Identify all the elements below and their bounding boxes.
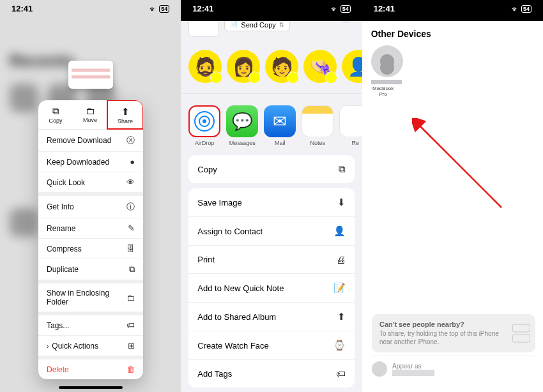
airdrop-app[interactable]: AirDrop <box>188 105 220 146</box>
status-time: 12:41 <box>192 4 213 13</box>
annotation-arrow <box>412 118 514 220</box>
get-info-item[interactable]: Get Infoⓘ <box>38 196 143 218</box>
status-bar: 12:41 ᯤ 54 <box>0 0 181 13</box>
hint-card: Can't see people nearby? To share, try h… <box>372 314 535 352</box>
reminders-app[interactable]: Re <box>339 105 362 146</box>
quick-note-row[interactable]: Add to New Quick Note📝 <box>188 274 354 303</box>
appear-name-censored <box>392 370 434 376</box>
battery-icon: 54 <box>159 5 169 13</box>
quick-actions-item[interactable]: ›Quick Actions⊞ <box>38 336 143 356</box>
compress-item[interactable]: Compress🗄 <box>38 239 143 259</box>
move-action[interactable]: 🗀Move <box>73 100 107 129</box>
delete-item[interactable]: Delete🗑 <box>38 359 143 379</box>
reminders-icon <box>339 105 362 137</box>
savedown-icon: ⬇ <box>337 197 346 208</box>
trash-icon: 🗑 <box>126 365 135 374</box>
contacts-row[interactable]: 🧔 👩 🧑 👒 👤 <box>181 43 362 93</box>
status-bar: 12:41 ᯤ 54 <box>362 0 543 21</box>
rename-item[interactable]: Rename✎ <box>38 218 143 239</box>
duplicate-item[interactable]: Duplicate⧉ <box>38 259 143 280</box>
device-label: MacBook Pro <box>371 86 395 97</box>
copy-action[interactable]: ⧉Copy <box>38 100 73 129</box>
contact-avatar[interactable]: 👩 <box>227 50 260 83</box>
xcircle-icon: ⓧ <box>126 135 135 146</box>
share-action[interactable]: ⬆Share <box>107 100 143 130</box>
home-indicator[interactable] <box>59 386 123 389</box>
status-icons: ᯤ 54 <box>512 5 532 13</box>
watch-face-row[interactable]: Create Watch Face⌚ <box>188 331 354 360</box>
print-row[interactable]: Print🖨 <box>188 246 354 274</box>
copy-icon: ⧉ <box>38 105 73 117</box>
svg-line-0 <box>418 124 501 207</box>
contact-avatar[interactable]: 👤 <box>342 50 362 83</box>
contact-avatar[interactable]: 🧑 <box>265 50 298 83</box>
remove-download-item[interactable]: Remove Downloadⓧ <box>38 130 143 152</box>
status-icons: ᯤ 54 <box>331 5 351 13</box>
chevron-right-icon: › <box>47 343 49 350</box>
folder-icon: 🗀 <box>126 293 135 303</box>
hint-title: Can't see people nearby? <box>379 320 501 328</box>
print-icon: 🖨 <box>336 254 346 265</box>
contact-avatar[interactable]: 🧔 <box>188 50 222 83</box>
doc-icon: 📄 <box>230 21 238 28</box>
copy-icon: ⧉ <box>339 163 346 175</box>
note-icon: 📝 <box>333 282 346 294</box>
appear-as-row[interactable]: Appear as <box>372 356 535 377</box>
copy-row[interactable]: Copy⧉ <box>188 155 354 183</box>
wifi-icon: ᯤ <box>149 5 157 13</box>
duplicate-icon: ⧉ <box>129 264 135 275</box>
phone-illustration <box>512 324 530 343</box>
wifi-icon: ᯤ <box>512 5 519 13</box>
battery-icon: 54 <box>340 5 351 13</box>
pencil-icon: ✎ <box>128 223 135 233</box>
status-time: 12:41 <box>374 4 395 13</box>
share-icon: ⬆ <box>108 106 142 117</box>
notes-app[interactable]: Notes <box>302 105 333 146</box>
mail-icon: ✉ <box>264 105 296 137</box>
updown-icon: ⇅ <box>279 22 284 28</box>
keep-downloaded-item[interactable]: Keep Downloaded● <box>38 152 143 172</box>
grid-icon: ⊞ <box>128 341 135 351</box>
battery-icon: 54 <box>521 5 532 13</box>
app-row: AirDrop 💬Messages ✉Mail Notes Re <box>181 93 362 155</box>
tags-icon: 🏷 <box>336 368 346 379</box>
airdrop-icon <box>194 111 215 132</box>
airdrop-device[interactable]: MacBook Pro <box>362 45 404 97</box>
file-thumbnail[interactable] <box>68 61 113 89</box>
section-title: Other Devices <box>362 26 543 45</box>
tag-icon: 🏷 <box>126 320 135 330</box>
messages-icon: 💬 <box>226 105 258 137</box>
wifi-icon: ᯤ <box>331 5 338 13</box>
quick-look-item[interactable]: Quick Look👁 <box>38 172 143 192</box>
share-sheet-panel: 12:41 ᯤ 54 Screenshot 2024-08-22 at... 📄… <box>181 0 362 392</box>
info-icon: ⓘ <box>126 201 135 213</box>
contact-avatar[interactable]: 👒 <box>303 50 337 83</box>
copy-card: Copy⧉ <box>188 155 354 183</box>
status-bar: 12:41 ᯤ 54 <box>181 0 362 21</box>
save-image-row[interactable]: Save Image⬇ <box>188 188 354 217</box>
notes-icon <box>302 105 333 137</box>
appear-avatar <box>372 361 387 377</box>
archive-icon: 🗄 <box>126 244 135 253</box>
eye-icon: 👁 <box>126 177 135 187</box>
watch-icon: ⌚ <box>333 340 346 351</box>
add-tags-row[interactable]: Add Tags🏷 <box>188 360 354 388</box>
context-menu: ⧉Copy 🗀Move ⬆Share Remove Downloadⓧ Keep… <box>38 100 143 379</box>
contact-icon: 👤 <box>333 225 346 237</box>
device-name-censored <box>371 80 402 84</box>
album-icon: ⬆ <box>337 311 346 322</box>
shared-album-row[interactable]: Add to Shared Album⬆ <box>188 303 354 331</box>
appear-label: Appear as <box>392 363 434 370</box>
assign-contact-row[interactable]: Assign to Contact👤 <box>188 217 354 246</box>
download-icon: ● <box>130 157 135 167</box>
tags-item[interactable]: Tags...🏷 <box>38 315 143 336</box>
top-action-row: ⧉Copy 🗀Move ⬆Share <box>38 100 143 130</box>
mail-app[interactable]: ✉Mail <box>264 105 296 146</box>
files-context-menu-panel: Recents 12:41 ᯤ 54 ⧉Copy 🗀Move ⬆Share Re… <box>0 0 181 392</box>
status-time: 12:41 <box>11 4 33 13</box>
hint-body: To share, try holding the top of this iP… <box>379 329 501 346</box>
folder-icon: 🗀 <box>73 105 107 116</box>
actions-card: Save Image⬇ Assign to Contact👤 Print🖨 Ad… <box>188 188 354 388</box>
show-enclosing-item[interactable]: Show in Enclosing Folder🗀 <box>38 283 143 312</box>
messages-app[interactable]: 💬Messages <box>226 105 258 146</box>
